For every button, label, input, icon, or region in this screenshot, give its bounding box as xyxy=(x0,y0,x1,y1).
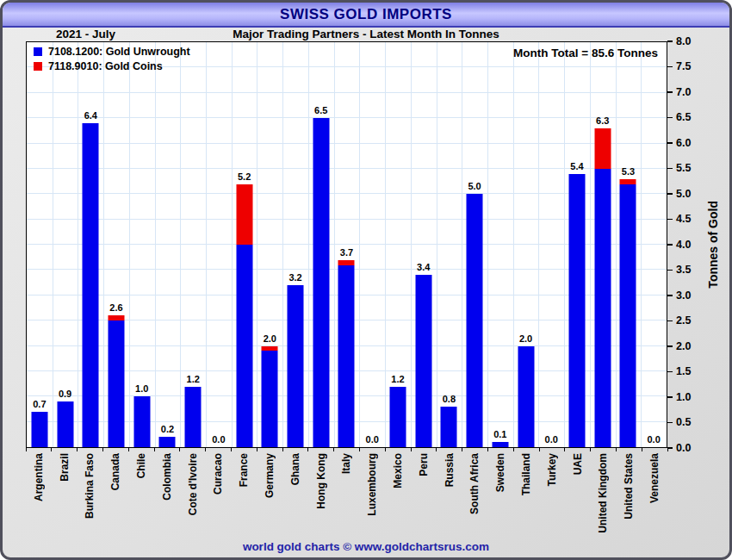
y-axis-tick-label: 3.5 xyxy=(676,264,691,277)
bar-column: 0.0 xyxy=(206,42,232,447)
y-axis-tick-label: 8.0 xyxy=(676,35,691,48)
x-axis-label: Luxembourg xyxy=(359,453,385,541)
bar-column: 0.0 xyxy=(538,42,564,447)
y-axis-tick-label: 5.5 xyxy=(676,162,691,175)
x-axis-tick xyxy=(539,448,540,451)
x-axis-label: Russia xyxy=(437,453,462,541)
x-axis-label: Cote d'Ivoire xyxy=(180,453,206,541)
x-axis-tick xyxy=(51,448,52,451)
bar-column: 3.7 xyxy=(334,42,360,447)
bar-column: 2.6 xyxy=(103,42,129,447)
bar-value-label: 2.0 xyxy=(519,333,532,344)
bar-segment-gold-coins xyxy=(620,179,636,184)
x-axis-label-text: Venezuela xyxy=(648,453,661,503)
y-axis-tick-label: 7.0 xyxy=(676,86,691,99)
x-axis-label-text: Canada xyxy=(109,453,121,490)
bar-value-label: 0.0 xyxy=(212,434,225,445)
bar-column: 0.9 xyxy=(53,42,78,447)
bar-value-label: 5.2 xyxy=(238,171,251,182)
bar-column: 6.3 xyxy=(590,42,616,447)
x-axis-tick xyxy=(102,448,103,451)
bar-segment-gold-unwrought xyxy=(389,387,406,448)
y-axis-tick xyxy=(667,244,673,246)
x-axis-label: Turkey xyxy=(539,453,565,541)
x-axis-label-text: Cote d'Ivoire xyxy=(187,453,199,515)
y-axis-tick xyxy=(667,193,673,195)
bar-value-label: 6.3 xyxy=(596,115,609,126)
chart-screenshot: SWISS GOLD IMPORTS 2021 - July Major Tra… xyxy=(0,0,732,560)
x-axis-tick xyxy=(487,448,488,451)
bar-segment-gold-unwrought xyxy=(338,265,355,448)
bar-segment-gold-unwrought xyxy=(57,401,73,447)
y-axis-tick-label: 6.0 xyxy=(676,137,691,150)
y-axis-title: Tonnes of Gold xyxy=(706,201,720,289)
x-axis-tick xyxy=(179,448,180,451)
bar-column: 3.4 xyxy=(411,42,437,447)
x-axis-tick xyxy=(462,448,462,451)
bar-value-label: 0.8 xyxy=(443,394,456,404)
x-axis-tick xyxy=(385,448,386,451)
x-axis-label-text: Italy xyxy=(340,453,352,474)
x-axis-label-text: United States xyxy=(623,453,635,520)
x-axis-tick xyxy=(564,448,565,451)
y-axis-tick-label: 5.0 xyxy=(676,188,691,201)
x-axis-label-text: Chile xyxy=(135,453,147,478)
bar-segment-gold-unwrought xyxy=(620,184,636,448)
bar-segment-gold-coins xyxy=(594,128,611,169)
y-axis-tick-label: 2.5 xyxy=(676,314,691,327)
x-axis-label-text: Sweden xyxy=(494,453,506,492)
chart-subtitle: Major Trading Partners - Latest Month In… xyxy=(3,28,729,40)
x-axis-tick xyxy=(513,448,514,451)
bar-segment-gold-unwrought xyxy=(568,174,585,447)
bar-value-label: 3.7 xyxy=(340,247,353,258)
plot-area: 7108.1200: Gold Unwrought 7118.9010: Gol… xyxy=(26,41,667,448)
x-axis-tick xyxy=(616,448,617,451)
bar-value-label: 2.6 xyxy=(109,302,122,313)
bar-segment-gold-unwrought xyxy=(415,275,431,447)
bar-column: 1.0 xyxy=(129,42,155,447)
x-axis-label-text: Colombia xyxy=(161,453,173,501)
x-axis-label-text: Luxembourg xyxy=(366,453,378,516)
footer-credit: world gold charts © www.goldchartsrus.co… xyxy=(3,540,729,553)
x-axis-label: Germany xyxy=(257,453,282,541)
bar-column: 0.2 xyxy=(155,42,181,447)
bar-column: 6.4 xyxy=(78,42,103,447)
x-axis-label: Chile xyxy=(128,453,154,541)
y-axis-tick xyxy=(667,270,673,271)
y-axis-tick xyxy=(667,396,673,398)
y-axis-tick-label: 4.5 xyxy=(676,213,691,226)
x-axis-tick xyxy=(307,448,308,451)
x-axis-tick xyxy=(359,448,360,451)
y-axis-tick xyxy=(667,219,673,221)
x-axis-label: South Africa xyxy=(462,453,488,541)
y-axis-tick-label: 1.0 xyxy=(676,391,691,404)
bar-value-label: 0.7 xyxy=(33,399,46,409)
bar-value-label: 1.0 xyxy=(135,383,148,394)
x-axis-label: Burkina Faso xyxy=(78,453,103,541)
bar-column: 0.7 xyxy=(27,42,53,447)
y-axis-tick xyxy=(667,91,673,93)
title-bar: SWISS GOLD IMPORTS xyxy=(3,3,729,28)
bar-segment-gold-coins xyxy=(236,184,252,246)
x-axis-label: Mexico xyxy=(385,453,411,541)
bar-segment-gold-unwrought xyxy=(594,169,611,447)
bar-value-label: 0.2 xyxy=(161,424,174,434)
page-title: SWISS GOLD IMPORTS xyxy=(280,6,452,23)
bar-column: 1.2 xyxy=(180,42,206,447)
x-axis-label: UAE xyxy=(565,453,591,541)
y-axis: 0.00.51.01.52.02.53.03.54.04.55.05.56.06… xyxy=(667,41,704,448)
y-axis-tick xyxy=(667,168,673,170)
bar-value-label: 6.4 xyxy=(84,110,97,121)
bar-column: 2.0 xyxy=(257,42,282,447)
x-axis-tick xyxy=(282,448,283,451)
x-axis-label: Peru xyxy=(411,453,437,541)
bar-value-label: 0.0 xyxy=(366,434,379,445)
bar-column: 5.2 xyxy=(232,42,257,447)
x-axis-label: France xyxy=(231,453,257,541)
x-axis-label-text: Mexico xyxy=(392,453,404,488)
x-axis-label-text: United Kingdom xyxy=(597,453,609,533)
y-axis-tick-label: 3.0 xyxy=(676,289,691,302)
x-axis-label: Colombia xyxy=(154,453,180,541)
x-axis-labels: ArgentinaBrazilBurkina FasoCanadaChileCo… xyxy=(26,448,667,541)
bar-column: 0.0 xyxy=(359,42,385,447)
